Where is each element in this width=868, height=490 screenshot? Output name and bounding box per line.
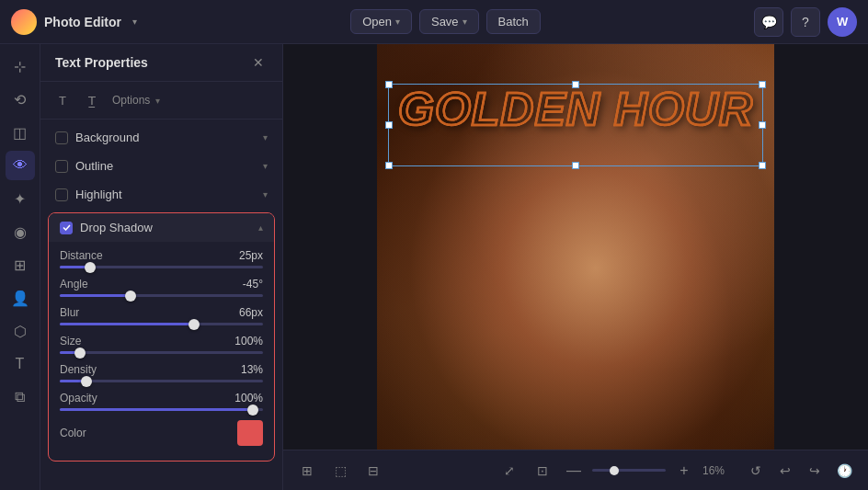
size-row: Size 100% (60, 335, 263, 348)
app-title: Photo Editor (44, 15, 121, 29)
density-label: Density (60, 363, 226, 376)
blur-row: Blur 66px (60, 306, 263, 319)
angle-label: Angle (60, 278, 226, 291)
background-section-row[interactable]: Background ▾ (44, 123, 279, 152)
distance-value: 25px (226, 249, 263, 262)
drop-shadow-section: Drop Shadow ▴ Distance 25px (48, 212, 275, 462)
distance-row: Distance 25px (60, 249, 263, 262)
color-label: Color (60, 427, 237, 439)
app-menu-chevron[interactable]: ▾ (132, 17, 137, 27)
outline-section-row[interactable]: Outline ▾ (44, 152, 279, 180)
density-value: 13% (226, 363, 263, 376)
save-chevron-icon: ▾ (463, 17, 467, 27)
panel-header: Text Properties ✕ (40, 44, 282, 82)
bottom-toolbar: ⊞ ⬚ ⊟ ⤢ ⊡ — + 16% ↺ ↩ ↪ 🕐 (283, 450, 868, 490)
angle-row: Angle -45° (60, 278, 263, 291)
canvas-image-wrapper: GOLDEN HOUR GOLDEN HOUR GOLDEN HOUR (377, 44, 774, 450)
panel-title: Text Properties (55, 55, 249, 70)
shape-tool-icon[interactable]: ◉ (6, 217, 35, 246)
size-label: Size (60, 335, 226, 348)
density-slider[interactable] (60, 380, 263, 382)
angle-value: -45° (226, 278, 263, 291)
options-label[interactable]: Options (112, 94, 150, 107)
highlight-section-row[interactable]: Highlight ▾ (44, 180, 279, 209)
blur-slider[interactable] (60, 323, 263, 325)
canvas-image: GOLDEN HOUR GOLDEN HOUR GOLDEN HOUR (377, 44, 774, 450)
panel-close-button[interactable]: ✕ (249, 53, 268, 72)
zoom-value: 16% (702, 464, 736, 477)
distance-label: Distance (60, 249, 226, 262)
topbar: Photo Editor ▾ Open ▾ Save ▾ Batch 💬 ? W (0, 0, 868, 44)
background-chevron-icon: ▾ (263, 132, 268, 142)
batch-button[interactable]: Batch (486, 9, 541, 34)
density-row: Density 13% (60, 363, 263, 376)
grid-tool-icon[interactable]: ⊞ (6, 250, 35, 279)
crop-bottom-icon[interactable]: ⬚ (327, 458, 353, 484)
drop-shadow-checkbox[interactable] (60, 222, 73, 234)
text-tool-icon[interactable]: T (6, 349, 35, 379)
panel-content: Background ▾ Outline ▾ Highlight ▾ (40, 120, 282, 490)
highlight-label: Highlight (75, 188, 263, 201)
color-row: Color (60, 420, 263, 446)
drop-shadow-chevron-icon: ▴ (258, 222, 263, 233)
canvas-area: GOLDEN HOUR GOLDEN HOUR GOLDEN HOUR (283, 44, 868, 490)
people-tool-icon[interactable]: 👤 (6, 283, 35, 313)
drop-shadow-header[interactable]: Drop Shadow ▴ (49, 213, 274, 242)
side-panel: Text Properties ✕ T T̲ Options ▾ Backgro… (40, 44, 283, 490)
eye-tool-icon[interactable]: 👁 (6, 151, 35, 180)
color-swatch[interactable] (237, 420, 263, 446)
brush-tool-icon[interactable]: ✦ (6, 184, 35, 213)
help-icon-button[interactable]: ? (791, 7, 820, 37)
fit-icon[interactable]: ⤢ (497, 458, 522, 484)
distance-slider[interactable] (60, 266, 263, 268)
filter-tool-icon[interactable]: ◫ (6, 118, 35, 147)
blur-label: Blur (60, 306, 226, 319)
drop-shadow-label: Drop Shadow (80, 221, 258, 234)
sub-toolbar: T T̲ Options ▾ (40, 82, 282, 120)
opacity-row: Opacity 100% (60, 392, 263, 405)
highlight-checkbox[interactable] (55, 188, 68, 201)
drop-shadow-content: Distance 25px Angle -45° (49, 242, 274, 461)
opacity-label: Opacity (60, 392, 226, 405)
highlight-chevron-icon: ▾ (263, 189, 268, 199)
select-tool-icon[interactable]: ⊹ (6, 51, 35, 81)
save-button[interactable]: Save ▾ (419, 9, 479, 34)
stamp-tool-icon[interactable]: ⬡ (6, 316, 35, 346)
opacity-slider[interactable] (60, 408, 263, 411)
size-value: 100% (226, 335, 263, 348)
left-toolbar: ⊹ ⟲ ◫ 👁 ✦ ◉ ⊞ 👤 ⬡ T ⧉ (0, 44, 40, 490)
zoom-thumb[interactable] (610, 466, 619, 475)
outline-checkbox[interactable] (55, 160, 68, 173)
blur-value: 66px (226, 306, 263, 319)
options-chevron-icon: ▾ (155, 96, 160, 106)
chat-icon-button[interactable]: 💬 (754, 7, 783, 37)
grid-bottom-icon[interactable]: ⊟ (360, 458, 386, 484)
layers-bottom-icon[interactable]: ⊞ (294, 458, 320, 484)
text-format-2-button[interactable]: T̲ (79, 87, 105, 113)
user-avatar[interactable]: W (828, 7, 857, 37)
expand-icon[interactable]: ⊡ (530, 458, 555, 484)
zoom-in-button[interactable]: + (673, 460, 695, 482)
outline-label: Outline (75, 159, 263, 173)
angle-slider[interactable] (60, 294, 263, 297)
redo-icon[interactable]: ↪ (802, 458, 828, 484)
refresh-icon[interactable]: ↺ (743, 458, 769, 484)
transform-tool-icon[interactable]: ⟲ (6, 85, 35, 114)
app-logo (11, 9, 37, 35)
layers-tool-icon[interactable]: ⧉ (6, 382, 35, 412)
zoom-out-button[interactable]: — (563, 460, 585, 482)
size-slider[interactable] (60, 351, 263, 354)
outline-chevron-icon: ▾ (263, 161, 268, 171)
canvas-text-golden-hour-outer: GOLDEN HOUR (377, 86, 774, 132)
canvas-main[interactable]: GOLDEN HOUR GOLDEN HOUR GOLDEN HOUR (283, 44, 868, 450)
history-icon[interactable]: 🕐 (831, 458, 857, 484)
background-checkbox[interactable] (55, 131, 68, 144)
main-area: ⊹ ⟲ ◫ 👁 ✦ ◉ ⊞ 👤 ⬡ T ⧉ Text Properties ✕ … (0, 44, 868, 490)
zoom-slider[interactable] (592, 469, 666, 472)
undo-icon[interactable]: ↩ (772, 458, 798, 484)
open-chevron-icon: ▾ (395, 17, 400, 27)
text-format-1-button[interactable]: T (50, 87, 75, 113)
bottom-right-icons: ↺ ↩ ↪ 🕐 (743, 458, 857, 484)
zoom-controls: — + (563, 460, 695, 482)
open-button[interactable]: Open ▾ (350, 9, 412, 34)
